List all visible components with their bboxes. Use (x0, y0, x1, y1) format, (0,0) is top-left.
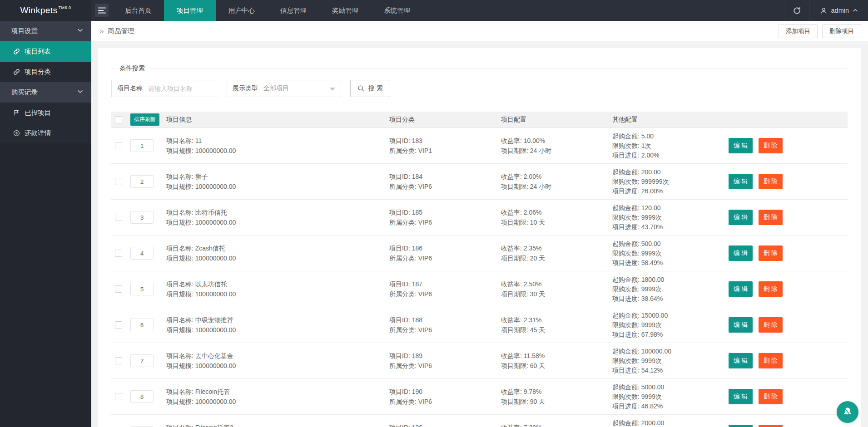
project-progress: 项目进度: 58.49% (612, 258, 727, 268)
column-header-info: 项目信息 (166, 116, 389, 124)
yield-rate: 收益率: 9.78% (501, 387, 612, 397)
purchase-limit: 限购次数: 9999次 (612, 392, 727, 402)
sort-order-input[interactable] (130, 283, 154, 295)
sort-order-input[interactable] (130, 390, 154, 403)
delete-button[interactable]: 删 除 (759, 353, 783, 368)
main-content: » 商品管理 添加项目 删除项目 条件搜索 项目名称 展示类型 全部项目 (91, 21, 868, 427)
project-category: 所属分类: VIP6 (389, 289, 501, 299)
edit-button[interactable]: 编 辑 (729, 317, 753, 333)
row-checkbox[interactable] (115, 250, 122, 257)
min-purchase: 起购金额: 15000.00 (612, 311, 727, 320)
chevron-up-icon (853, 9, 858, 12)
row-checkbox[interactable] (115, 393, 122, 400)
delete-button[interactable]: 删 除 (759, 425, 783, 427)
project-scale: 项目规模: 100000000.00 (166, 253, 389, 263)
display-type-value: 全部项目 (263, 84, 289, 93)
add-project-button[interactable]: 添加项目 (779, 24, 818, 38)
edit-button[interactable]: 编 辑 (729, 389, 753, 404)
sort-order-input[interactable] (130, 211, 154, 224)
project-name-group: 项目名称 (111, 80, 220, 97)
row-checkbox[interactable] (115, 178, 122, 185)
project-period: 项目期限: 60 天 (501, 361, 612, 371)
user-menu[interactable]: admin (809, 0, 868, 21)
sort-order-input[interactable] (130, 354, 154, 367)
edit-button[interactable]: 编 辑 (729, 138, 753, 153)
sidebar-item-invested-projects[interactable]: 已投项目 (0, 103, 91, 123)
nav-item-dashboard[interactable]: 后台首页 (112, 0, 164, 21)
sidebar-toggle-button[interactable] (91, 0, 112, 21)
notification-float-button[interactable] (837, 401, 858, 423)
project-progress: 项目进度: 2.00% (612, 151, 727, 160)
delete-button[interactable]: 删 除 (759, 245, 783, 261)
row-checkbox[interactable] (115, 214, 122, 221)
table-row: 项目名称: 狮子项目规模: 100000000.00项目ID: 184所属分类:… (111, 164, 848, 200)
edit-button[interactable]: 编 辑 (729, 245, 753, 261)
project-id: 项目ID: 183 (389, 136, 501, 146)
edit-button[interactable]: 编 辑 (729, 174, 753, 189)
nav-item-user-center[interactable]: 用户中心 (216, 0, 268, 21)
nav-item-project-management[interactable]: 项目管理 (164, 0, 216, 21)
select-caret-icon (330, 88, 335, 91)
project-id: 项目ID: 196 (389, 422, 501, 427)
project-name-label: 项目名称 (112, 84, 148, 93)
edit-button[interactable]: 编 辑 (729, 425, 753, 427)
delete-button[interactable]: 删 除 (759, 138, 783, 153)
project-period: 项目期限: 90 天 (501, 397, 612, 407)
edit-button[interactable]: 编 辑 (729, 281, 753, 297)
project-period: 项目期限: 20 天 (501, 253, 612, 263)
nav-item-system-management[interactable]: 系统管理 (371, 0, 423, 21)
project-id: 项目ID: 187 (389, 279, 501, 289)
purchase-limit: 限购次数: 1次 (612, 141, 727, 151)
display-type-select[interactable]: 全部项目 (263, 80, 341, 97)
content-card: 条件搜索 项目名称 展示类型 全部项目 (98, 48, 861, 427)
select-all-checkbox[interactable] (115, 116, 122, 123)
search-icon (357, 85, 365, 92)
project-period: 项目期限: 30 天 (501, 289, 612, 299)
table-row: 项目名称: 去中心化基金项目规模: 100000000.00项目ID: 189所… (111, 343, 848, 379)
sidebar: 项目设置 项目列表 项目分类 购买记录 已 (0, 21, 91, 427)
page-actions: 添加项目 删除项目 (779, 24, 861, 38)
nav-item-info-management[interactable]: 信息管理 (268, 0, 319, 21)
row-checkbox[interactable] (115, 321, 122, 329)
dollar-circle-icon: $ (12, 130, 20, 137)
sort-refresh-button[interactable]: 排序刷新 (130, 113, 159, 126)
nav-item-reward-management[interactable]: 奖励管理 (319, 0, 371, 21)
delete-button[interactable]: 删 除 (759, 389, 783, 404)
sort-order-input[interactable] (130, 247, 154, 260)
project-scale: 项目规模: 100000000.00 (166, 325, 389, 335)
delete-button[interactable]: 删 除 (759, 317, 783, 333)
row-checkbox[interactable] (115, 357, 122, 364)
sort-order-input[interactable] (130, 175, 154, 188)
sidebar-item-repayment-details[interactable]: $ 还款详情 (0, 123, 91, 143)
sort-order-input[interactable] (130, 139, 154, 152)
sidebar-group-project-settings[interactable]: 项目设置 (0, 21, 91, 41)
column-header-config: 项目配置 (501, 116, 612, 124)
table-row: 项目名称: 11项目规模: 100000000.00项目ID: 183所属分类:… (111, 128, 848, 164)
sidebar-group-purchase-records[interactable]: 购买记录 (0, 82, 91, 103)
delete-button[interactable]: 删 除 (759, 210, 783, 225)
project-name-input[interactable] (148, 80, 220, 97)
min-purchase: 起购金额: 100000.00 (612, 347, 727, 356)
search-button[interactable]: 搜 索 (350, 80, 390, 97)
edit-button[interactable]: 编 辑 (729, 210, 753, 225)
delete-button[interactable]: 删 除 (759, 281, 783, 297)
sidebar-item-project-list[interactable]: 项目列表 (0, 41, 91, 62)
hamburger-icon (95, 4, 109, 17)
chevron-down-icon (77, 89, 83, 93)
refresh-button[interactable] (784, 0, 809, 21)
app-logo-version: TM6.0 (59, 5, 71, 10)
delete-button[interactable]: 删 除 (759, 174, 783, 189)
table-body: 项目名称: 11项目规模: 100000000.00项目ID: 183所属分类:… (111, 128, 848, 427)
sidebar-item-project-category[interactable]: 项目分类 (0, 62, 91, 82)
project-category: 所属分类: VIP6 (389, 217, 501, 227)
sort-order-input[interactable] (130, 319, 154, 331)
row-checkbox[interactable] (115, 285, 122, 293)
project-id: 项目ID: 188 (389, 315, 501, 325)
project-name: 项目名称: Filecoin托管2 (166, 422, 389, 427)
table-row: 项目名称: Filecoin托管项目规模: 100000000.00项目ID: … (111, 379, 848, 415)
delete-project-button[interactable]: 删除项目 (822, 24, 861, 38)
edit-button[interactable]: 编 辑 (729, 353, 753, 368)
project-progress: 项目进度: 38.64% (612, 294, 727, 304)
project-category: 所属分类: VIP6 (389, 397, 501, 407)
row-checkbox[interactable] (115, 142, 122, 149)
